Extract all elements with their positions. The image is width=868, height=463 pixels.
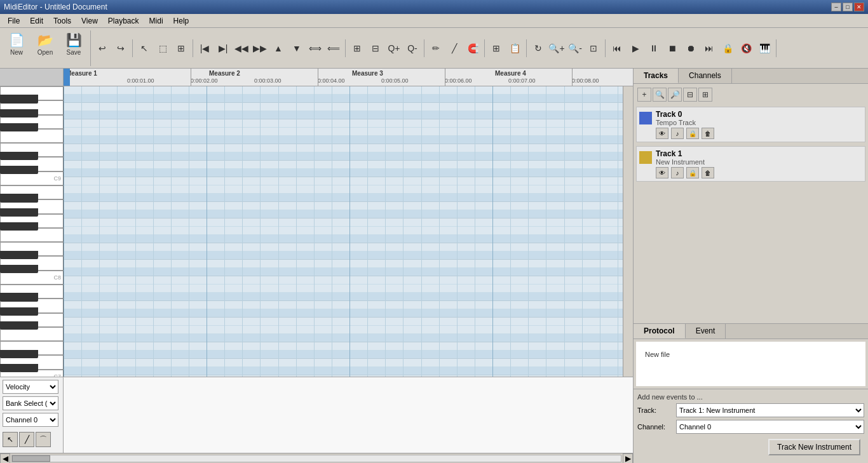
key-A#8[interactable]: [0, 194, 38, 202]
close-button[interactable]: ✕: [854, 3, 864, 11]
h-scroll-track[interactable]: [11, 455, 621, 462]
grid-scroll[interactable]: [64, 86, 623, 377]
line-btn[interactable]: ╱: [445, 39, 463, 57]
key-A#7[interactable]: [0, 293, 38, 301]
add-track-btn[interactable]: +: [637, 88, 651, 102]
pencil-btn[interactable]: ✏: [427, 39, 445, 57]
track-1-mute-btn[interactable]: ♪: [671, 167, 684, 178]
curve-tool-btn[interactable]: ⌒: [36, 432, 51, 447]
key-F#9[interactable]: [0, 123, 38, 131]
tab-event[interactable]: Event: [686, 324, 726, 339]
save-button[interactable]: 💾 Save: [60, 30, 88, 66]
track-0-mute-btn[interactable]: ♪: [671, 128, 684, 139]
maximize-button[interactable]: □: [843, 3, 853, 11]
zoom-loop-btn[interactable]: ↻: [529, 39, 547, 57]
key-A#9[interactable]: [0, 95, 38, 103]
scroll-left-btn[interactable]: ◀: [0, 453, 10, 464]
horizontal-scrollbar[interactable]: ◀ ▶: [0, 453, 633, 463]
window-controls[interactable]: – □ ✕: [831, 3, 864, 11]
zoom-in-btn[interactable]: 🔍+: [548, 39, 566, 57]
q-minus-btn[interactable]: Q-: [403, 39, 421, 57]
track-zoom-out-btn[interactable]: 🔎: [668, 88, 682, 102]
move-down-btn[interactable]: ▼: [288, 39, 306, 57]
play-btn[interactable]: ▶: [627, 39, 644, 57]
q-plus-btn[interactable]: Q+: [385, 39, 403, 57]
menu-midi[interactable]: Midi: [144, 15, 168, 27]
select-all-tool[interactable]: ⊞: [172, 39, 190, 57]
track-0-eye-btn[interactable]: 👁: [656, 128, 668, 139]
tab-protocol[interactable]: Protocol: [634, 324, 686, 339]
select-tool[interactable]: ↖: [135, 39, 153, 57]
track-zoom-in-btn[interactable]: 🔍: [653, 88, 667, 102]
go-begin-btn[interactable]: ⏮: [608, 39, 626, 57]
menu-edit[interactable]: Edit: [25, 15, 48, 27]
channel-dropdown[interactable]: Channel 0: [3, 413, 58, 427]
key-C#9[interactable]: [0, 166, 38, 174]
stop-btn[interactable]: ⏹: [663, 39, 681, 57]
undo-button[interactable]: ↩: [93, 39, 111, 57]
track-1-lock-btn[interactable]: 🔒: [686, 167, 699, 178]
paste-btn[interactable]: 📋: [506, 39, 524, 57]
menu-file[interactable]: File: [3, 15, 25, 27]
key-C#8[interactable]: [0, 265, 38, 273]
track-1-delete-btn[interactable]: 🗑: [702, 167, 714, 178]
velocity-dropdown[interactable]: Velocity: [3, 380, 58, 394]
line-tool-btn[interactable]: ╱: [19, 432, 34, 447]
key-F#7[interactable]: [0, 321, 38, 330]
scroll-right-btn[interactable]: ▶: [623, 453, 633, 464]
lock-btn[interactable]: 🔒: [719, 39, 736, 57]
track-select[interactable]: Track 1: New Instrument: [676, 403, 864, 417]
mute-btn[interactable]: 🔇: [737, 39, 755, 57]
menu-tools[interactable]: Tools: [48, 15, 76, 27]
zoom-out-btn[interactable]: 🔍-: [566, 39, 584, 57]
pause-btn[interactable]: ⏸: [645, 39, 663, 57]
key-F#8[interactable]: [0, 222, 38, 231]
go-start-btn[interactable]: |◀: [196, 39, 214, 57]
expand-btn[interactable]: ⟺: [306, 39, 324, 57]
key-C#7[interactable]: [0, 364, 38, 372]
go-end-btn[interactable]: ▶|: [214, 39, 232, 57]
redo-button[interactable]: ↪: [112, 39, 130, 57]
track-0-lock-btn[interactable]: 🔒: [686, 128, 699, 139]
velocity-canvas[interactable]: [64, 377, 633, 453]
pointer-tool-btn[interactable]: ↖: [3, 432, 18, 447]
midi-btn[interactable]: 🎹: [756, 39, 773, 57]
track-0-delete-btn[interactable]: 🗑: [702, 128, 714, 139]
move-left-btn[interactable]: ◀◀: [233, 39, 250, 57]
compress-btn[interactable]: ⟸: [325, 39, 342, 57]
magnet-btn[interactable]: 🧲: [464, 39, 482, 57]
menu-help[interactable]: Help: [168, 15, 194, 27]
quantize-sel-btn[interactable]: ⊟: [367, 39, 384, 57]
h-scroll-thumb[interactable]: [12, 455, 50, 462]
zoom-all-btn[interactable]: ⊡: [585, 39, 602, 57]
move-right-btn[interactable]: ▶▶: [251, 39, 269, 57]
tab-channels[interactable]: Channels: [679, 69, 732, 83]
copy-btn[interactable]: ⊞: [487, 39, 505, 57]
vertical-scrollbar[interactable]: [623, 86, 633, 377]
quantize-btn[interactable]: ⊞: [348, 39, 366, 57]
minimize-button[interactable]: –: [831, 3, 841, 11]
key-D#7[interactable]: [0, 350, 38, 358]
track-1-eye-btn[interactable]: 👁: [656, 167, 668, 178]
channel-select[interactable]: Channel 0: [676, 420, 864, 434]
key-G#7[interactable]: [0, 307, 38, 316]
track-item-1[interactable]: Track 1 New Instrument 👁 ♪ 🔒 🗑: [636, 146, 865, 182]
menu-playback[interactable]: Playback: [103, 15, 144, 27]
select-rect-tool[interactable]: ⬚: [154, 39, 172, 57]
go-end-transport-btn[interactable]: ⏭: [700, 39, 718, 57]
timeline-ruler[interactable]: Measure 1Measure 2Measure 3Measure 40:00…: [64, 69, 633, 86]
track-new-instrument-button[interactable]: Track New Instrument: [768, 439, 860, 455]
track-expand-btn[interactable]: ⊞: [698, 88, 712, 102]
move-up-btn[interactable]: ▲: [269, 39, 287, 57]
key-G#8[interactable]: [0, 208, 38, 217]
record-btn[interactable]: ⏺: [682, 39, 700, 57]
bank-select-dropdown[interactable]: Bank Select (: [3, 396, 58, 410]
track-collapse-btn[interactable]: ⊟: [683, 88, 697, 102]
tab-tracks[interactable]: Tracks: [634, 69, 679, 83]
key-G#9[interactable]: [0, 109, 38, 117]
key-D#8[interactable]: [0, 251, 38, 259]
new-button[interactable]: 📄 New: [3, 30, 31, 66]
menu-view[interactable]: View: [76, 15, 103, 27]
open-button[interactable]: 📂 Open: [31, 30, 59, 66]
key-D#9[interactable]: [0, 152, 38, 160]
